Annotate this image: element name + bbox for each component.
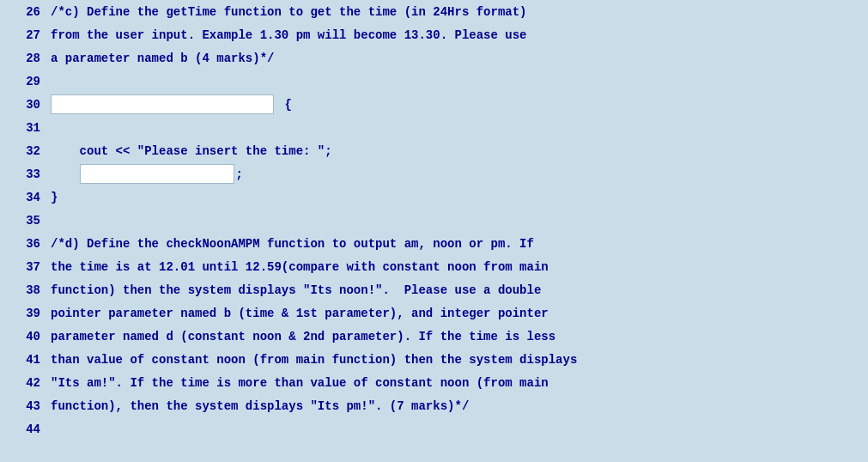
input-box-line33[interactable] <box>80 164 234 184</box>
code-text-42: "Its am!". If the time is more than valu… <box>51 376 549 390</box>
line-num-37: 37 <box>0 255 47 278</box>
code-text-27: from the user input. Example 1.30 pm wil… <box>51 28 527 42</box>
code-text-44 <box>51 422 58 436</box>
code-text-36: /*d) Define the checkNoonAMPM function t… <box>51 237 534 251</box>
line-num-32: 32 <box>0 139 47 162</box>
code-line-27: from the user input. Example 1.30 pm wil… <box>51 23 868 46</box>
code-text-33-prefix <box>51 167 80 181</box>
line-num-34: 34 <box>0 185 47 209</box>
line-num-41: 41 <box>0 348 47 371</box>
code-text-40: parameter named d (constant noon & 2nd p… <box>51 330 555 343</box>
line-num-27: 27 <box>0 23 47 46</box>
input-box-line30[interactable] <box>51 94 274 114</box>
code-text-31 <box>51 121 58 135</box>
line-num-39: 39 <box>0 301 47 325</box>
code-line-41: than value of constant noon (from main f… <box>51 348 868 371</box>
code-line-35 <box>51 209 868 232</box>
code-line-44 <box>51 417 868 441</box>
code-line-30: { <box>51 93 868 116</box>
code-line-37: the time is at 12.01 until 12.59(compare… <box>51 255 868 278</box>
code-line-40: parameter named d (constant noon & 2nd p… <box>51 325 868 348</box>
line-num-30: 30 <box>0 93 47 116</box>
code-line-33: ; <box>51 162 868 185</box>
code-text-34: } <box>51 191 58 204</box>
code-text-35 <box>51 214 58 228</box>
code-line-29 <box>51 70 868 93</box>
code-text-39: pointer parameter named b (time & 1st pa… <box>51 307 549 320</box>
line-num-28: 28 <box>0 46 47 70</box>
code-line-31 <box>51 116 868 139</box>
code-line-39: pointer parameter named b (time & 1st pa… <box>51 301 868 325</box>
code-text-32: cout << "Please insert the time: "; <box>51 144 332 158</box>
line-num-33: 33 <box>0 162 47 185</box>
code-container: 26 27 28 29 30 31 32 33 34 35 36 37 38 3… <box>0 0 868 462</box>
code-line-38: function) then the system displays "Its … <box>51 278 868 301</box>
code-text-41: than value of constant noon (from main f… <box>51 353 577 367</box>
line-num-40: 40 <box>0 325 47 348</box>
line-num-38: 38 <box>0 278 47 301</box>
code-text-29 <box>51 75 58 88</box>
line-num-26: 26 <box>0 0 47 23</box>
code-text-37: the time is at 12.01 until 12.59(compare… <box>51 260 549 274</box>
code-line-32: cout << "Please insert the time: "; <box>51 139 868 162</box>
line-num-35: 35 <box>0 209 47 232</box>
code-line-36: /*d) Define the checkNoonAMPM function t… <box>51 232 868 255</box>
code-line-28: a parameter named b (4 marks)*/ <box>51 46 868 70</box>
line-num-42: 42 <box>0 371 47 394</box>
code-text-38: function) then the system displays "Its … <box>51 283 541 297</box>
code-line-42: "Its am!". If the time is more than valu… <box>51 371 868 394</box>
code-line-43: function), then the system displays "Its… <box>51 394 868 417</box>
code-text-28: a parameter named b (4 marks)*/ <box>51 52 274 65</box>
line-num-29: 29 <box>0 70 47 93</box>
code-line-26: /*c) Define the getTime function to get … <box>51 0 868 23</box>
code-line-34: } <box>51 185 868 209</box>
line-num-43: 43 <box>0 394 47 417</box>
code-text-33-suffix: ; <box>236 167 243 181</box>
code-text-30-suffix: { <box>277 98 292 112</box>
code-area: /*c) Define the getTime function to get … <box>47 0 868 462</box>
line-num-44: 44 <box>0 417 47 441</box>
line-numbers: 26 27 28 29 30 31 32 33 34 35 36 37 38 3… <box>0 0 47 462</box>
code-text-43: function), then the system displays "Its… <box>51 399 469 413</box>
line-num-31: 31 <box>0 116 47 139</box>
line-num-36: 36 <box>0 232 47 255</box>
code-text-26: /*c) Define the getTime function to get … <box>51 5 527 19</box>
